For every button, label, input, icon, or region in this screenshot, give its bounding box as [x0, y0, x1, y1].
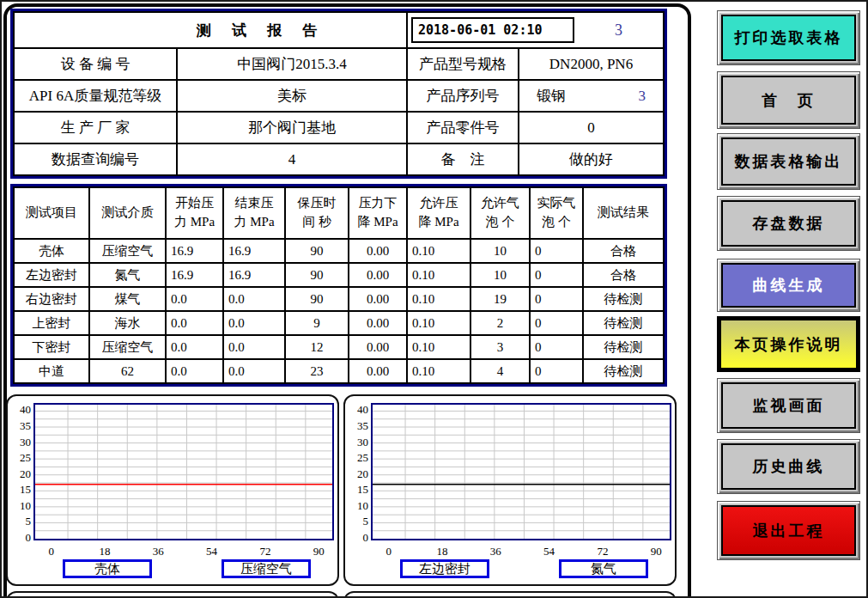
- y-tick-label: 20: [9, 467, 31, 481]
- y-tick-label: 0: [346, 531, 368, 545]
- y-tick-label: 5: [346, 515, 368, 528]
- y-tick-label: 35: [9, 419, 31, 433]
- x-tick-label: 18: [94, 545, 116, 558]
- serial-material: 锻钢: [537, 86, 566, 106]
- button-curve-generate[interactable]: 曲线生成: [717, 259, 860, 312]
- button-label: 曲线生成: [721, 263, 856, 308]
- cell: 合格: [583, 263, 664, 287]
- x-tick-label: 18: [431, 545, 453, 558]
- x-tick-label: 0: [378, 545, 400, 558]
- button-data-table-export[interactable]: 数据表格输出: [717, 133, 860, 190]
- plot-grid: [35, 405, 332, 539]
- cell: 待检测: [583, 335, 664, 359]
- cell: 待检测: [583, 311, 664, 335]
- table-row: 壳体压缩空气16.916.9900.000.10100合格: [14, 239, 664, 263]
- y-tick-label: 40: [9, 403, 31, 417]
- trend-plot: [33, 403, 334, 540]
- y-tick-label: 10: [9, 499, 31, 513]
- label-part-no: 产品零件号: [407, 112, 519, 143]
- y-tick-label: 30: [346, 436, 368, 449]
- button-label: 存盘数据: [721, 200, 856, 247]
- value-part-no: 0: [519, 112, 664, 143]
- cell: 0.00: [349, 359, 407, 383]
- value-model-spec: DN2000, PN6: [519, 48, 664, 80]
- chart-item-label-box: 壳体: [63, 559, 152, 578]
- x-tick-label: 36: [147, 545, 169, 558]
- value-device-no: 中国阀门2015.3.4: [177, 48, 407, 80]
- y-tick-label: 0: [9, 531, 31, 545]
- table-row: 中道620.00.0230.000.1040待检测: [14, 359, 664, 383]
- button-label: 数据表格输出: [721, 137, 856, 186]
- cell: 0.0: [166, 359, 223, 383]
- x-tick-label: 90: [645, 545, 667, 558]
- button-history-curve[interactable]: 历史曲线: [717, 439, 860, 494]
- cell: 9: [285, 311, 349, 335]
- y-tick-label: 15: [346, 483, 368, 497]
- column-header: 测试介质: [89, 187, 166, 239]
- cell: 16.9: [223, 263, 285, 287]
- cell: 待检测: [583, 287, 664, 311]
- y-tick-label: 20: [346, 467, 368, 481]
- table-row: 右边密封煤气0.00.0900.000.10190待检测: [14, 287, 664, 311]
- label-query-no: 数据查询编号: [14, 143, 177, 175]
- serial-number: 3: [639, 88, 646, 105]
- chart-panel: 左边密封 氮气 051015202530354001836547290: [343, 394, 677, 586]
- cell: 16.9: [223, 239, 285, 263]
- test-table-body: 壳体压缩空气16.916.9900.000.10100合格左边密封氮气16.91…: [14, 239, 664, 383]
- cell: 合格: [583, 239, 664, 263]
- cell: 3: [470, 335, 530, 359]
- chart-item-label-box: 左边密封: [400, 559, 489, 578]
- label-remark: 备 注: [407, 143, 519, 175]
- cell: 0.10: [407, 287, 470, 311]
- label-device-no: 设 备 编 号: [14, 48, 177, 80]
- report-datetime-field[interactable]: 2018-06-01 02:10: [411, 17, 574, 43]
- cell: 0.10: [407, 359, 470, 383]
- column-header: 测试项目: [14, 187, 89, 239]
- value-query-no: 4: [177, 143, 407, 175]
- cell: 壳体: [14, 239, 89, 263]
- cell: 0.00: [349, 335, 407, 359]
- button-home[interactable]: 首 页: [717, 71, 860, 129]
- x-tick-label: 54: [201, 545, 223, 558]
- cell: 下密封: [14, 335, 89, 359]
- button-save-data[interactable]: 存盘数据: [717, 196, 860, 251]
- plot-grid: [373, 405, 670, 539]
- label-manufacturer: 生 产 厂 家: [14, 112, 177, 143]
- column-header: 允许气 泡 个: [470, 187, 530, 239]
- cell: 0.00: [349, 287, 407, 311]
- cell: 0.10: [407, 335, 470, 359]
- button-monitor-screen[interactable]: 监视画面: [717, 378, 860, 433]
- cell: 0.0: [166, 287, 223, 311]
- button-print-select-table[interactable]: 打印选取表格: [717, 10, 860, 65]
- button-page-help[interactable]: 本页操作说明: [717, 316, 860, 372]
- cell: 0: [530, 311, 583, 335]
- x-tick-label: 36: [484, 545, 507, 558]
- button-label: 首 页: [721, 76, 856, 125]
- cell: 0: [530, 263, 583, 287]
- cell: 0.00: [349, 263, 407, 287]
- button-exit-project[interactable]: 退出工程: [717, 501, 860, 560]
- chart-medium-label-box: 氮气: [559, 559, 648, 578]
- y-tick-label: 5: [9, 515, 31, 528]
- button-label: 退出工程: [721, 505, 856, 556]
- cell: 待检测: [583, 359, 664, 383]
- column-header: 保压时 间 秒: [285, 187, 349, 239]
- cell: 0.0: [223, 311, 285, 335]
- cell: 0.00: [349, 311, 407, 335]
- cell: 90: [285, 263, 349, 287]
- cell: 0: [530, 359, 583, 383]
- cell: 氮气: [89, 263, 166, 287]
- cell: 0: [530, 287, 583, 311]
- cell: 右边密封: [14, 287, 89, 311]
- cell: 海水: [89, 311, 166, 335]
- label-serial-no: 产品序列号: [407, 80, 519, 112]
- column-header: 开始压 力 MPa: [166, 187, 223, 239]
- sidebar: 打印选取表格首 页数据表格输出存盘数据曲线生成本页操作说明监视画面历史曲线退出工…: [694, 2, 868, 598]
- cell: 90: [285, 287, 349, 311]
- button-label: 本页操作说明: [721, 320, 856, 368]
- cell: 0.10: [407, 311, 470, 335]
- x-tick-label: 72: [592, 545, 614, 558]
- chart-panel: 壳体 压缩空气 051015202530354001836547290: [6, 394, 339, 586]
- cell: 0.0: [223, 287, 285, 311]
- cell: 16.9: [166, 239, 223, 263]
